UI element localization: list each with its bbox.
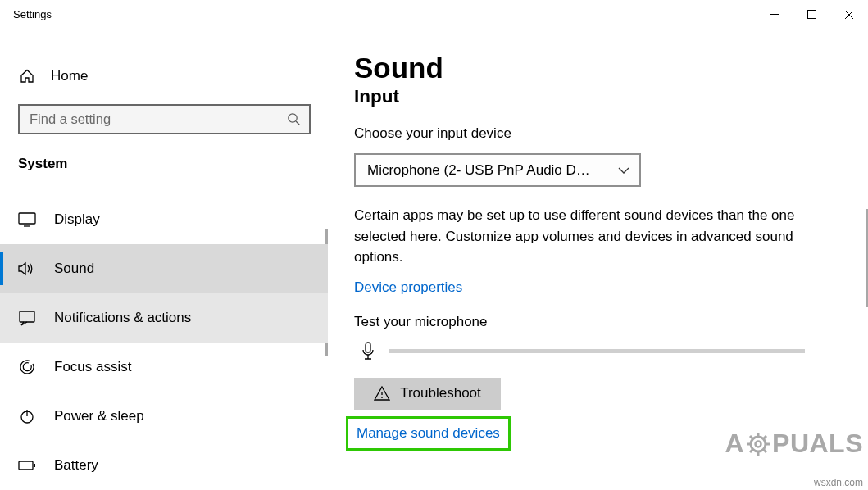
choose-input-label: Choose your input device xyxy=(354,125,842,142)
sidebar-item-label: Display xyxy=(54,211,100,228)
window-title: Settings xyxy=(13,8,52,20)
sidebar-item-battery[interactable]: Battery xyxy=(0,441,328,490)
search-input[interactable] xyxy=(30,111,287,127)
page-subtitle: Input xyxy=(354,86,842,107)
close-icon xyxy=(844,10,854,20)
input-device-select[interactable]: Microphone (2- USB PnP Audio D… xyxy=(354,153,641,187)
device-properties-link[interactable]: Device properties xyxy=(354,279,462,296)
sidebar-items: Display Sound Notifications & actions Fo… xyxy=(0,195,328,490)
search-row xyxy=(0,104,328,134)
troubleshoot-label: Troubleshoot xyxy=(400,385,481,402)
maximize-button[interactable] xyxy=(793,2,830,28)
svg-rect-8 xyxy=(366,343,370,352)
svg-rect-6 xyxy=(19,461,33,470)
watermark-brand-suffix: PUALS xyxy=(772,429,863,459)
battery-icon xyxy=(18,460,36,471)
svg-rect-1 xyxy=(807,11,816,19)
credit-text: wsxdn.com xyxy=(814,477,863,488)
sound-icon xyxy=(18,261,36,277)
watermark: A PUALS xyxy=(725,429,863,459)
watermark-brand-prefix: A xyxy=(725,429,744,459)
sidebar-item-sound[interactable]: Sound xyxy=(0,244,328,293)
sidebar-item-power[interactable]: Power & sleep xyxy=(0,392,328,441)
minimize-button[interactable] xyxy=(755,2,793,28)
sidebar-item-notifications[interactable]: Notifications & actions xyxy=(0,293,328,343)
minimize-icon xyxy=(770,14,779,15)
mic-level-bar xyxy=(389,349,805,353)
sidebar-item-label: Notifications & actions xyxy=(54,310,191,326)
test-mic-label: Test your microphone xyxy=(354,314,842,330)
sidebar-item-label: Battery xyxy=(54,457,98,474)
power-icon xyxy=(18,408,36,424)
page-title: Sound xyxy=(354,52,842,84)
home-button[interactable]: Home xyxy=(0,60,328,93)
search-box[interactable] xyxy=(18,104,311,134)
notifications-icon xyxy=(18,310,36,326)
titlebar: Settings xyxy=(0,0,868,29)
svg-point-11 xyxy=(756,441,761,447)
gear-icon xyxy=(746,432,770,456)
maximize-icon xyxy=(807,10,816,19)
chevron-down-icon xyxy=(618,167,629,174)
sidebar: Home System Display Soun xyxy=(0,29,328,490)
manage-sound-devices-link[interactable]: Manage sound devices xyxy=(346,416,511,451)
svg-rect-0 xyxy=(770,14,779,15)
search-icon xyxy=(287,112,301,126)
sidebar-item-display[interactable]: Display xyxy=(0,195,328,244)
sidebar-item-label: Power & sleep xyxy=(54,408,144,424)
mic-test-row xyxy=(354,342,842,361)
svg-point-10 xyxy=(751,437,766,451)
troubleshoot-button[interactable]: Troubleshoot xyxy=(354,378,501,410)
sidebar-item-label: Focus assist xyxy=(54,359,131,375)
focus-assist-icon xyxy=(18,359,36,375)
main-layout: Home System Display Soun xyxy=(0,29,868,490)
content-pane: Sound Input Choose your input device Mic… xyxy=(328,29,868,490)
display-icon xyxy=(18,212,36,227)
select-value: Microphone (2- USB PnP Audio D… xyxy=(367,162,590,179)
svg-rect-4 xyxy=(20,311,34,322)
microphone-icon xyxy=(361,342,375,361)
svg-rect-3 xyxy=(19,213,35,224)
sidebar-item-focus-assist[interactable]: Focus assist xyxy=(0,343,328,392)
sidebar-category: System xyxy=(0,156,328,172)
svg-point-2 xyxy=(289,114,297,122)
home-icon xyxy=(18,68,36,84)
home-label: Home xyxy=(51,68,88,84)
sidebar-item-label: Sound xyxy=(54,261,94,277)
svg-rect-7 xyxy=(34,464,35,467)
svg-point-9 xyxy=(381,397,383,398)
close-button[interactable] xyxy=(830,2,868,28)
helper-text: Certain apps may be set up to use differ… xyxy=(354,205,829,268)
warning-icon xyxy=(374,386,390,401)
window-controls xyxy=(755,2,868,28)
